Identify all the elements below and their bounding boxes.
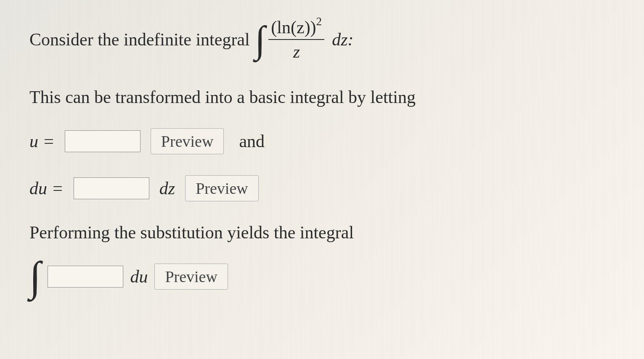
numerator: (ln(z))2 xyxy=(268,17,324,40)
and-text: and xyxy=(239,131,265,151)
result-integral-row: ∫ du Preview xyxy=(29,264,615,290)
du-input[interactable] xyxy=(74,177,149,199)
preview-button-u[interactable]: Preview xyxy=(151,128,224,154)
dz-suffix: dz xyxy=(159,178,175,198)
preview-button-result[interactable]: Preview xyxy=(154,264,228,290)
u-input-row: u = Preview and xyxy=(29,128,615,154)
fraction: (ln(z))2 z xyxy=(268,17,324,62)
substitution-prompt: Performing the substitution yields the i… xyxy=(29,222,615,243)
u-equals-label: u = xyxy=(29,131,55,151)
integrand-input[interactable] xyxy=(48,266,123,288)
du-input-row: du = dz Preview xyxy=(29,175,615,201)
du-equals-label: du = xyxy=(29,178,64,198)
transform-prompt: This can be transformed into a basic int… xyxy=(29,87,615,107)
integral-expression: ∫ (ln(z))2 z xyxy=(255,17,327,62)
differential-dz: dz: xyxy=(332,29,353,50)
denominator: z xyxy=(291,40,302,62)
du-suffix: du xyxy=(130,267,148,287)
preview-button-du[interactable]: Preview xyxy=(185,175,259,201)
problem-statement-line1: Consider the indefinite integral ∫ (ln(z… xyxy=(29,17,615,62)
u-input[interactable] xyxy=(65,130,140,152)
intro-text: Consider the indefinite integral xyxy=(29,29,250,50)
